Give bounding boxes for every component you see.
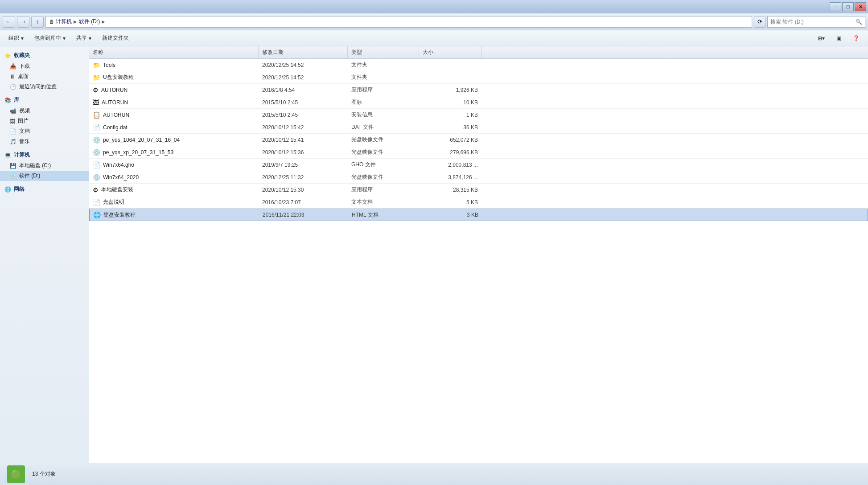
share-button[interactable]: 共享 ▾ [71,32,96,45]
file-name-cell: 📄 Win7x64.gho [89,161,259,169]
file-type-cell: 文件夹 [348,61,419,69]
file-size-cell: 3 KB [420,212,482,218]
file-date-cell: 2020/12/25 14:52 [259,62,348,68]
sidebar-item-desktop[interactable]: 🖥 桌面 [0,71,89,82]
address-path[interactable]: 🖥 计算机 ▶ 软件 (D:) ▶ [45,16,752,28]
file-icon: 📁 [93,62,100,69]
path-computer[interactable]: 计算机 [56,18,72,25]
col-header-name[interactable]: 名称 [89,46,259,58]
file-name-cell: 🖼 AUTORUN [89,99,259,106]
sidebar-item-drive-d[interactable]: 💿 软件 (D:) [0,171,89,181]
maximize-button[interactable]: □ [842,2,854,11]
table-row[interactable]: 📄 Config.dat 2020/10/12 15:42 DAT 文件 36 … [89,121,868,134]
status-bar: 🟢 13 个对象 [0,463,868,485]
up-button[interactable]: ↑ [31,16,44,28]
table-row[interactable]: 💿 Win7x64_2020 2020/12/25 11:32 光盘映像文件 3… [89,171,868,184]
video-label: 视频 [19,107,30,115]
file-date-cell: 2015/5/10 2:45 [259,99,348,106]
file-type-cell: 应用程序 [348,86,419,94]
file-size-cell: 36 KB [419,124,481,131]
file-date-cell: 2016/1/8 4:54 [259,87,348,93]
file-type-cell: 光盘映像文件 [348,136,419,144]
file-name-cell: 📁 Tools [89,62,259,69]
forward-button[interactable]: → [17,16,29,28]
desktop-icon: 🖥 [10,74,15,80]
dropdown-arrow-organize: ▾ [21,35,24,41]
table-row[interactable]: 🌐 硬盘安装教程 2016/11/21 22:03 HTML 文档 3 KB [89,209,868,221]
file-type-cell: HTML 文档 [348,211,420,219]
computer-header[interactable]: 💻 计算机 [0,149,89,160]
file-size-cell: 5 KB [419,199,481,206]
main-area: ⭐ 收藏夹 📥 下载 🖥 桌面 🕐 最近访问的位置 📚 库 � [0,46,868,463]
library-label: 库 [14,96,19,104]
library-header[interactable]: 📚 库 [0,95,89,106]
file-icon: ⚙ [93,86,99,94]
table-row[interactable]: 🖼 AUTORUN 2015/5/10 2:45 图标 10 KB [89,96,868,109]
col-header-size[interactable]: 大小 [419,46,481,58]
help-button[interactable]: ❓ [848,32,864,45]
drive-c-label: 本地磁盘 (C:) [19,162,51,169]
sidebar-item-video[interactable]: 📹 视频 [0,106,89,116]
file-date-cell: 2020/10/12 15:41 [259,137,348,143]
table-row[interactable]: 📁 U盘安装教程 2020/12/25 14:52 文件夹 [89,71,868,84]
details-button[interactable]: ▣ [831,32,846,45]
computer-icon2: 💻 [4,152,11,158]
sidebar-item-download[interactable]: 📥 下载 [0,61,89,71]
col-header-modified[interactable]: 修改日期 [259,46,348,58]
col-header-type[interactable]: 类型 [348,46,419,58]
include-library-button[interactable]: 包含到库中 ▾ [29,32,70,45]
file-icon: 🌐 [93,211,101,218]
dropdown-arrow-share: ▾ [89,35,91,41]
network-header[interactable]: 🌐 网络 [0,184,89,195]
favorites-header[interactable]: ⭐ 收藏夹 [0,50,89,61]
search-input[interactable] [770,19,856,25]
close-button[interactable]: ✕ [855,2,866,11]
view-button[interactable]: ⊞▾ [813,32,830,45]
file-type-cell: 文本文档 [348,198,419,206]
sidebar-item-pictures[interactable]: 🖼 图片 [0,116,89,126]
file-name-cell: 💿 pe_yqs_xp_20_07_31_15_53 [89,149,259,156]
computer-label: 计算机 [14,151,30,159]
search-box[interactable]: 🔍 [767,16,865,28]
network-section: 🌐 网络 [0,184,89,195]
file-type-cell: 安装信息 [348,111,419,119]
sidebar-item-music[interactable]: 🎵 音乐 [0,136,89,147]
file-type-cell: DAT 文件 [348,123,419,131]
table-row[interactable]: 💿 pe_yqs_1064_20_07_31_16_04 2020/10/12 … [89,134,868,146]
file-icon: 💿 [93,149,100,156]
table-row[interactable]: 📋 AUTORUN 2015/5/10 2:45 安装信息 1 KB [89,109,868,121]
refresh-button[interactable]: ⟳ [754,16,765,28]
recent-label: 最近访问的位置 [19,83,57,90]
file-type-cell: 应用程序 [348,186,419,193]
table-row[interactable]: 📁 Tools 2020/12/25 14:52 文件夹 [89,59,868,71]
back-button[interactable]: ← [3,16,15,28]
download-icon: 📥 [10,63,16,70]
organize-button[interactable]: 组织 ▾ [4,32,29,45]
file-size-cell: 279,696 KB [419,149,481,156]
sidebar-item-recent[interactable]: 🕐 最近访问的位置 [0,82,89,92]
drive-c-icon: 💾 [10,163,16,169]
file-date-cell: 2020/12/25 11:32 [259,174,348,181]
table-row[interactable]: 📄 Win7x64.gho 2019/9/7 19:25 GHO 文件 2,90… [89,159,868,171]
empty-space[interactable] [89,221,868,399]
table-row[interactable]: 💿 pe_yqs_xp_20_07_31_15_53 2020/10/12 15… [89,146,868,159]
file-icon: ⚙ [93,186,99,193]
column-headers: 名称 修改日期 类型 大小 [89,46,868,59]
new-folder-button[interactable]: 新建文件夹 [97,32,134,45]
file-icon: 📋 [93,111,100,119]
table-row[interactable]: ⚙ 本地硬盘安装 2020/10/12 15:30 应用程序 28,315 KB [89,184,868,196]
library-icon: 📚 [4,97,11,103]
table-row[interactable]: ⚙ AUTORUN 2016/1/8 4:54 应用程序 1,926 KB [89,84,868,96]
table-row[interactable]: 📄 光盘说明 2016/10/23 7:07 文本文档 5 KB [89,196,868,209]
sidebar-item-documents[interactable]: 📄 文档 [0,126,89,136]
desktop-label: 桌面 [18,73,29,80]
path-drive[interactable]: 软件 (D:) [79,18,100,25]
sidebar-item-drive-c[interactable]: 💾 本地磁盘 (C:) [0,160,89,171]
toolbar: 组织 ▾ 包含到库中 ▾ 共享 ▾ 新建文件夹 ⊞▾ ▣ ❓ [0,30,868,46]
file-date-cell: 2020/10/12 15:42 [259,124,348,131]
file-size-cell: 28,315 KB [419,187,481,193]
minimize-button[interactable]: ─ [830,2,841,11]
computer-icon: 🖥 [49,19,54,25]
sidebar: ⭐ 收藏夹 📥 下载 🖥 桌面 🕐 最近访问的位置 📚 库 � [0,46,89,463]
file-name-cell: 📁 U盘安装教程 [89,74,259,81]
